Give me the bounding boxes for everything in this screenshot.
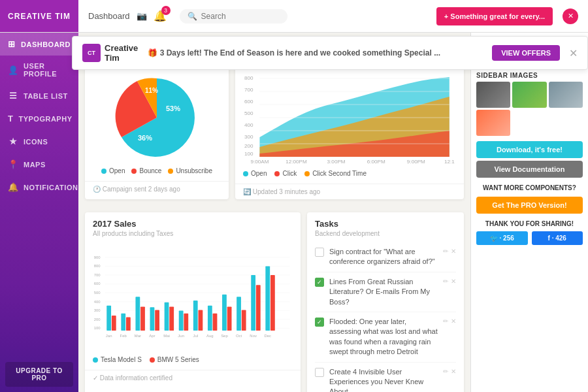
task-edit-0[interactable]: ✏ — [443, 248, 448, 255]
label-click: Click — [282, 170, 297, 177]
legend-click-behavior: Click — [274, 170, 297, 177]
sidebar-image-2[interactable] — [512, 82, 546, 108]
sidebar-item-typography[interactable]: T Typography — [0, 107, 78, 130]
tasks-header: Tasks Backend development — [307, 212, 464, 240]
task-item: ✓ Flooded: One year later, assessing wha… — [315, 312, 456, 363]
maps-icon: 📍 — [8, 159, 18, 169]
bar-chart: 900 800 700 600 500 400 300 200 100 — [93, 245, 293, 350]
svg-text:Sep: Sep — [221, 334, 228, 338]
svg-rect-51 — [179, 310, 184, 331]
banner-bold1: End of Season — [220, 48, 274, 57]
tasks-subtitle: Backend development — [315, 230, 456, 237]
search-icon: 🔍 — [188, 12, 197, 21]
svg-text:600: 600 — [244, 99, 253, 105]
twitter-icon: 🐦 — [490, 235, 498, 242]
svg-rect-54 — [199, 310, 203, 331]
email-stats-footer-text: Campaign sent 2 days ago — [103, 186, 180, 193]
legend-unsub: Unsubscribe — [168, 167, 212, 174]
sidebar-label-typography: Typography — [18, 115, 72, 123]
tasks-body: Sign contract for "What are conference o… — [307, 240, 464, 392]
sidebar-item-notifications[interactable]: 🔔 Notifications — [0, 176, 78, 199]
svg-rect-42 — [112, 316, 116, 331]
sidebar-image-3[interactable] — [549, 82, 583, 108]
svg-text:400: 400 — [244, 122, 253, 128]
legend-click2-behavior: Click Second Time — [304, 170, 367, 177]
notification-banner: CT CreativeTim 🎁 3 Days left! The End of… — [72, 36, 588, 70]
svg-rect-48 — [155, 310, 159, 331]
svg-text:11%: 11% — [145, 87, 158, 94]
task-delete-0[interactable]: ✕ — [451, 248, 456, 255]
svg-rect-63 — [265, 266, 270, 331]
nav-dashboard[interactable]: Dashboard — [88, 11, 130, 21]
banner-prefix: 3 Days left! The — [160, 48, 220, 57]
social-buttons: 🐦 · 256 f · 426 — [476, 231, 583, 245]
close-cta-icon[interactable]: ✕ — [563, 8, 578, 24]
task-checkbox-0[interactable] — [315, 248, 324, 257]
banner-emoji: 🎁 — [148, 48, 157, 57]
content-area: Email Statistics Last Campaign Performan… — [78, 33, 470, 392]
task-edit-3[interactable]: ✏ — [443, 368, 448, 375]
download-button[interactable]: Download, it's free! — [476, 141, 583, 158]
sidebar-item-dashboard[interactable]: ⊞ Dashboard — [0, 33, 78, 56]
task-checkbox-3[interactable] — [315, 368, 324, 377]
sidebar-item-icons[interactable]: ★ Icons — [0, 130, 78, 153]
task-delete-1[interactable]: ✕ — [451, 278, 456, 285]
upgrade-button[interactable]: Upgrade to Pro — [5, 362, 73, 387]
facebook-button[interactable]: f · 426 — [532, 231, 583, 245]
label-click2: Click Second Time — [312, 170, 367, 177]
svg-text:36%: 36% — [138, 134, 152, 142]
label-tesla: Tesla Model S — [101, 356, 142, 363]
main-layout: ⊞ Dashboard 👤 User Profile ☰ Table List … — [0, 33, 588, 392]
facebook-count: · 426 — [552, 235, 566, 242]
task-checkbox-1[interactable]: ✓ — [315, 278, 324, 287]
sidebar-image-4[interactable] — [476, 110, 510, 136]
dashboard-icon: ⊞ — [8, 39, 16, 49]
facebook-icon: f — [548, 235, 550, 242]
sidebar-item-user-profile[interactable]: 👤 User Profile — [0, 56, 78, 84]
svg-text:12:1: 12:1 — [444, 159, 455, 163]
legend-bounce: Bounce — [131, 167, 161, 174]
svg-text:900: 900 — [94, 255, 101, 259]
top-bar-icons: + Something great for every... ✕ — [436, 7, 588, 25]
task-checkbox-2[interactable]: ✓ — [315, 318, 324, 327]
pro-version-button[interactable]: Get The PRO Version! — [476, 197, 583, 214]
task-delete-2[interactable]: ✕ — [451, 318, 456, 325]
svg-text:800: 800 — [94, 264, 101, 268]
search-input[interactable] — [201, 12, 280, 21]
task-text-0: Sign contract for "What are conference o… — [329, 247, 438, 267]
users-behavior-footer: 🔄 Updated 3 minutes ago — [235, 184, 464, 199]
bottom-cards-row: 2017 Sales All products including Taxes … — [78, 206, 470, 392]
sidebar-item-table-list[interactable]: ☰ Table List — [0, 84, 78, 107]
svg-text:Nov: Nov — [250, 334, 257, 338]
sidebar-label-maps: Maps — [24, 161, 46, 169]
view-offers-button[interactable]: VIEW OFFERS — [492, 45, 560, 61]
search-bar[interactable]: 🔍 — [180, 9, 287, 24]
cta-button[interactable]: + Something great for every... — [436, 7, 553, 25]
svg-text:Apr: Apr — [149, 334, 155, 338]
typography-icon: T — [8, 114, 13, 123]
legend-tesla: Tesla Model S — [93, 356, 142, 363]
sidebar-image-1[interactable] — [476, 82, 510, 108]
sidebar: ⊞ Dashboard 👤 User Profile ☰ Table List … — [0, 33, 78, 392]
svg-text:Aug: Aug — [206, 334, 214, 338]
svg-text:12:00PM: 12:00PM — [286, 159, 307, 163]
svg-rect-41 — [106, 306, 111, 331]
legend-open: Open — [101, 167, 125, 174]
svg-rect-52 — [184, 314, 188, 331]
svg-text:200: 200 — [94, 318, 101, 321]
docs-button[interactable]: View Documentation — [476, 161, 583, 178]
sidebar-item-maps[interactable]: 📍 Maps — [0, 153, 78, 176]
svg-rect-60 — [242, 310, 246, 331]
sales-footer: ✓ Data information certified — [85, 370, 301, 385]
svg-text:Mai: Mai — [163, 334, 170, 338]
svg-text:Jul: Jul — [193, 334, 198, 338]
task-item: Sign contract for "What are conference o… — [315, 242, 456, 272]
banner-close-icon[interactable]: ✕ — [569, 47, 578, 59]
task-delete-3[interactable]: ✕ — [451, 368, 456, 375]
twitter-button[interactable]: 🐦 · 256 — [476, 231, 528, 245]
notifications-icon-btn[interactable]: 🔔 3 — [154, 10, 167, 22]
task-edit-2[interactable]: ✏ — [443, 318, 448, 325]
sidebar-label-notifications: Notifications — [24, 184, 78, 191]
task-edit-1[interactable]: ✏ — [443, 278, 448, 285]
sidebar-label-dashboard: Dashboard — [21, 41, 71, 48]
